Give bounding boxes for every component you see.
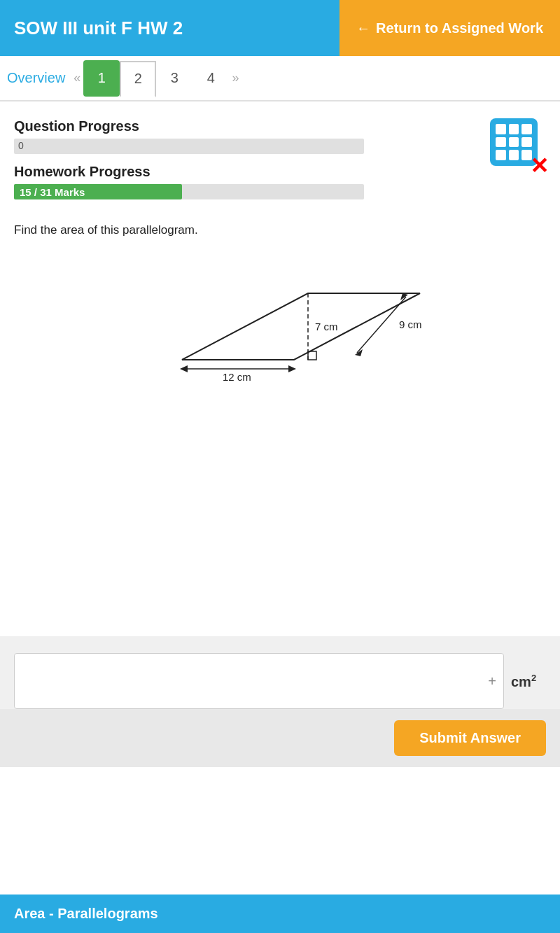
- calc-dot-1: [496, 124, 506, 134]
- page-title: SOW III unit F HW 2: [0, 0, 340, 56]
- homework-progress-value: 15 / 31 Marks: [20, 186, 85, 198]
- calc-dot-7: [496, 150, 506, 160]
- diagram-container: 7 cm 9 cm 12 cm: [14, 258, 546, 384]
- plus-icon[interactable]: +: [488, 673, 496, 689]
- calc-dot-8: [509, 150, 519, 160]
- tab-3[interactable]: 3: [156, 60, 192, 97]
- calc-dot-6: [522, 137, 532, 148]
- return-arrow-icon: ←: [356, 20, 370, 36]
- main-content: Question Progress 0 Homework Progress 15…: [0, 101, 560, 636]
- footer-label: Area - Parallelograms: [14, 906, 158, 921]
- next-chevron-icon[interactable]: »: [232, 71, 239, 85]
- submit-button[interactable]: Submit Answer: [394, 720, 546, 756]
- svg-marker-9: [180, 365, 188, 372]
- tab-2[interactable]: 2: [120, 61, 156, 97]
- homework-progress-label: Homework Progress: [14, 164, 476, 180]
- prev-chevron-icon[interactable]: «: [74, 71, 80, 85]
- return-button[interactable]: ← Return to Assigned Work: [340, 0, 560, 56]
- header: SOW III unit F HW 2 ← Return to Assigned…: [0, 0, 560, 56]
- svg-marker-0: [182, 293, 420, 360]
- footer: Area - Parallelograms: [0, 895, 560, 933]
- question-text: Find the area of this parallelogram.: [14, 223, 546, 237]
- calc-dot-2: [509, 124, 519, 134]
- question-progress-label: Question Progress: [14, 118, 476, 134]
- unit-label: cm2: [511, 673, 546, 690]
- answer-input-row: + cm2: [14, 653, 546, 709]
- answer-input-box[interactable]: +: [14, 653, 504, 709]
- answer-section: + cm2: [0, 636, 560, 709]
- tab-4[interactable]: 4: [192, 60, 229, 97]
- svg-text:9 cm: 9 cm: [399, 318, 422, 330]
- homework-progress-fill: 15 / 31 Marks: [14, 184, 182, 199]
- svg-text:12 cm: 12 cm: [223, 371, 251, 383]
- progress-section: Question Progress 0 Homework Progress 15…: [14, 118, 546, 209]
- svg-rect-2: [308, 351, 316, 360]
- tab-1[interactable]: 1: [83, 60, 120, 97]
- calculator-x-icon: ✕: [530, 155, 549, 177]
- calculator-icon: ✕: [490, 118, 546, 174]
- return-label: Return to Assigned Work: [376, 20, 543, 36]
- navigation-tabs: Overview « 1 2 3 4 »: [0, 56, 560, 101]
- calc-dot-3: [522, 124, 532, 134]
- svg-marker-10: [288, 365, 296, 372]
- question-progress-value: 0: [18, 140, 24, 151]
- submit-row: Submit Answer: [0, 709, 560, 767]
- answer-input[interactable]: [15, 654, 488, 708]
- calc-dot-4: [496, 137, 506, 148]
- overview-link[interactable]: Overview: [7, 70, 65, 86]
- calc-dot-5: [509, 137, 519, 148]
- svg-text:7 cm: 7 cm: [315, 321, 338, 332]
- question-progress-bar: 0: [14, 139, 364, 154]
- parallelogram-diagram: 7 cm 9 cm 12 cm: [126, 258, 434, 384]
- progress-left: Question Progress 0 Homework Progress 15…: [14, 118, 476, 209]
- homework-progress-bar: 15 / 31 Marks: [14, 184, 364, 199]
